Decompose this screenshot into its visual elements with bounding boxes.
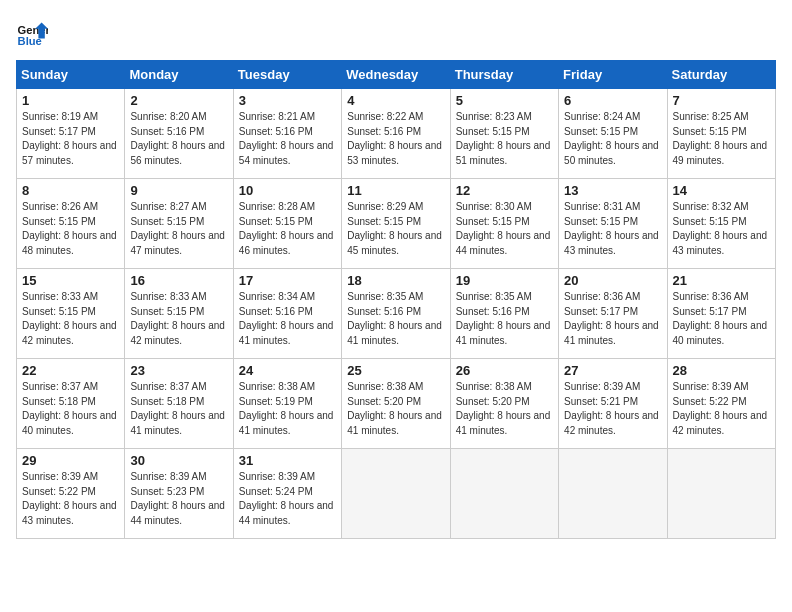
day-info: Sunrise: 8:22 AMSunset: 5:16 PMDaylight:…	[347, 110, 444, 168]
day-number: 7	[673, 93, 770, 108]
calendar-cell: 17Sunrise: 8:34 AMSunset: 5:16 PMDayligh…	[233, 269, 341, 359]
calendar-header-row: SundayMondayTuesdayWednesdayThursdayFrid…	[17, 61, 776, 89]
day-number: 19	[456, 273, 553, 288]
calendar-week-row: 15Sunrise: 8:33 AMSunset: 5:15 PMDayligh…	[17, 269, 776, 359]
day-info: Sunrise: 8:36 AMSunset: 5:17 PMDaylight:…	[564, 290, 661, 348]
calendar-cell: 18Sunrise: 8:35 AMSunset: 5:16 PMDayligh…	[342, 269, 450, 359]
day-info: Sunrise: 8:21 AMSunset: 5:16 PMDaylight:…	[239, 110, 336, 168]
day-info: Sunrise: 8:24 AMSunset: 5:15 PMDaylight:…	[564, 110, 661, 168]
day-number: 9	[130, 183, 227, 198]
weekday-header: Friday	[559, 61, 667, 89]
weekday-header: Monday	[125, 61, 233, 89]
calendar-cell: 2Sunrise: 8:20 AMSunset: 5:16 PMDaylight…	[125, 89, 233, 179]
day-number: 29	[22, 453, 119, 468]
day-number: 24	[239, 363, 336, 378]
day-number: 11	[347, 183, 444, 198]
calendar-cell: 13Sunrise: 8:31 AMSunset: 5:15 PMDayligh…	[559, 179, 667, 269]
calendar-cell: 27Sunrise: 8:39 AMSunset: 5:21 PMDayligh…	[559, 359, 667, 449]
day-number: 12	[456, 183, 553, 198]
calendar-cell: 14Sunrise: 8:32 AMSunset: 5:15 PMDayligh…	[667, 179, 775, 269]
day-number: 13	[564, 183, 661, 198]
calendar-cell: 10Sunrise: 8:28 AMSunset: 5:15 PMDayligh…	[233, 179, 341, 269]
day-number: 15	[22, 273, 119, 288]
day-info: Sunrise: 8:38 AMSunset: 5:20 PMDaylight:…	[456, 380, 553, 438]
day-number: 22	[22, 363, 119, 378]
calendar-cell: 30Sunrise: 8:39 AMSunset: 5:23 PMDayligh…	[125, 449, 233, 539]
calendar-cell: 16Sunrise: 8:33 AMSunset: 5:15 PMDayligh…	[125, 269, 233, 359]
day-info: Sunrise: 8:27 AMSunset: 5:15 PMDaylight:…	[130, 200, 227, 258]
day-info: Sunrise: 8:39 AMSunset: 5:22 PMDaylight:…	[673, 380, 770, 438]
calendar-cell: 12Sunrise: 8:30 AMSunset: 5:15 PMDayligh…	[450, 179, 558, 269]
day-number: 3	[239, 93, 336, 108]
day-info: Sunrise: 8:38 AMSunset: 5:19 PMDaylight:…	[239, 380, 336, 438]
calendar-cell: 3Sunrise: 8:21 AMSunset: 5:16 PMDaylight…	[233, 89, 341, 179]
calendar-cell: 6Sunrise: 8:24 AMSunset: 5:15 PMDaylight…	[559, 89, 667, 179]
calendar-table: SundayMondayTuesdayWednesdayThursdayFrid…	[16, 60, 776, 539]
day-info: Sunrise: 8:37 AMSunset: 5:18 PMDaylight:…	[130, 380, 227, 438]
calendar-cell: 8Sunrise: 8:26 AMSunset: 5:15 PMDaylight…	[17, 179, 125, 269]
calendar-week-row: 29Sunrise: 8:39 AMSunset: 5:22 PMDayligh…	[17, 449, 776, 539]
day-info: Sunrise: 8:39 AMSunset: 5:22 PMDaylight:…	[22, 470, 119, 528]
calendar-cell: 26Sunrise: 8:38 AMSunset: 5:20 PMDayligh…	[450, 359, 558, 449]
day-number: 20	[564, 273, 661, 288]
logo: General Blue	[16, 16, 48, 48]
day-info: Sunrise: 8:31 AMSunset: 5:15 PMDaylight:…	[564, 200, 661, 258]
calendar-cell: 1Sunrise: 8:19 AMSunset: 5:17 PMDaylight…	[17, 89, 125, 179]
calendar-cell: 29Sunrise: 8:39 AMSunset: 5:22 PMDayligh…	[17, 449, 125, 539]
day-number: 31	[239, 453, 336, 468]
day-info: Sunrise: 8:23 AMSunset: 5:15 PMDaylight:…	[456, 110, 553, 168]
day-info: Sunrise: 8:32 AMSunset: 5:15 PMDaylight:…	[673, 200, 770, 258]
calendar-cell	[450, 449, 558, 539]
day-info: Sunrise: 8:28 AMSunset: 5:15 PMDaylight:…	[239, 200, 336, 258]
day-number: 2	[130, 93, 227, 108]
calendar-cell: 15Sunrise: 8:33 AMSunset: 5:15 PMDayligh…	[17, 269, 125, 359]
day-info: Sunrise: 8:29 AMSunset: 5:15 PMDaylight:…	[347, 200, 444, 258]
calendar-cell: 4Sunrise: 8:22 AMSunset: 5:16 PMDaylight…	[342, 89, 450, 179]
day-number: 6	[564, 93, 661, 108]
day-info: Sunrise: 8:37 AMSunset: 5:18 PMDaylight:…	[22, 380, 119, 438]
calendar-cell	[667, 449, 775, 539]
day-number: 30	[130, 453, 227, 468]
weekday-header: Sunday	[17, 61, 125, 89]
day-info: Sunrise: 8:19 AMSunset: 5:17 PMDaylight:…	[22, 110, 119, 168]
day-info: Sunrise: 8:35 AMSunset: 5:16 PMDaylight:…	[347, 290, 444, 348]
calendar-cell: 20Sunrise: 8:36 AMSunset: 5:17 PMDayligh…	[559, 269, 667, 359]
day-info: Sunrise: 8:39 AMSunset: 5:23 PMDaylight:…	[130, 470, 227, 528]
day-number: 23	[130, 363, 227, 378]
svg-text:Blue: Blue	[18, 35, 42, 47]
calendar-cell: 21Sunrise: 8:36 AMSunset: 5:17 PMDayligh…	[667, 269, 775, 359]
calendar-cell: 19Sunrise: 8:35 AMSunset: 5:16 PMDayligh…	[450, 269, 558, 359]
day-number: 5	[456, 93, 553, 108]
day-number: 4	[347, 93, 444, 108]
day-number: 18	[347, 273, 444, 288]
day-number: 26	[456, 363, 553, 378]
day-info: Sunrise: 8:36 AMSunset: 5:17 PMDaylight:…	[673, 290, 770, 348]
day-info: Sunrise: 8:33 AMSunset: 5:15 PMDaylight:…	[22, 290, 119, 348]
weekday-header: Wednesday	[342, 61, 450, 89]
calendar-cell: 9Sunrise: 8:27 AMSunset: 5:15 PMDaylight…	[125, 179, 233, 269]
day-number: 16	[130, 273, 227, 288]
calendar-cell: 7Sunrise: 8:25 AMSunset: 5:15 PMDaylight…	[667, 89, 775, 179]
calendar-cell: 11Sunrise: 8:29 AMSunset: 5:15 PMDayligh…	[342, 179, 450, 269]
day-number: 14	[673, 183, 770, 198]
day-info: Sunrise: 8:34 AMSunset: 5:16 PMDaylight:…	[239, 290, 336, 348]
calendar-cell	[342, 449, 450, 539]
day-info: Sunrise: 8:38 AMSunset: 5:20 PMDaylight:…	[347, 380, 444, 438]
day-info: Sunrise: 8:33 AMSunset: 5:15 PMDaylight:…	[130, 290, 227, 348]
day-info: Sunrise: 8:25 AMSunset: 5:15 PMDaylight:…	[673, 110, 770, 168]
calendar-week-row: 1Sunrise: 8:19 AMSunset: 5:17 PMDaylight…	[17, 89, 776, 179]
day-number: 27	[564, 363, 661, 378]
day-info: Sunrise: 8:26 AMSunset: 5:15 PMDaylight:…	[22, 200, 119, 258]
day-number: 8	[22, 183, 119, 198]
calendar-cell: 25Sunrise: 8:38 AMSunset: 5:20 PMDayligh…	[342, 359, 450, 449]
calendar-cell: 24Sunrise: 8:38 AMSunset: 5:19 PMDayligh…	[233, 359, 341, 449]
day-number: 17	[239, 273, 336, 288]
calendar-cell: 23Sunrise: 8:37 AMSunset: 5:18 PMDayligh…	[125, 359, 233, 449]
day-info: Sunrise: 8:39 AMSunset: 5:21 PMDaylight:…	[564, 380, 661, 438]
day-number: 10	[239, 183, 336, 198]
weekday-header: Saturday	[667, 61, 775, 89]
day-number: 21	[673, 273, 770, 288]
calendar-cell: 22Sunrise: 8:37 AMSunset: 5:18 PMDayligh…	[17, 359, 125, 449]
day-number: 1	[22, 93, 119, 108]
page-header: General Blue	[16, 16, 776, 48]
